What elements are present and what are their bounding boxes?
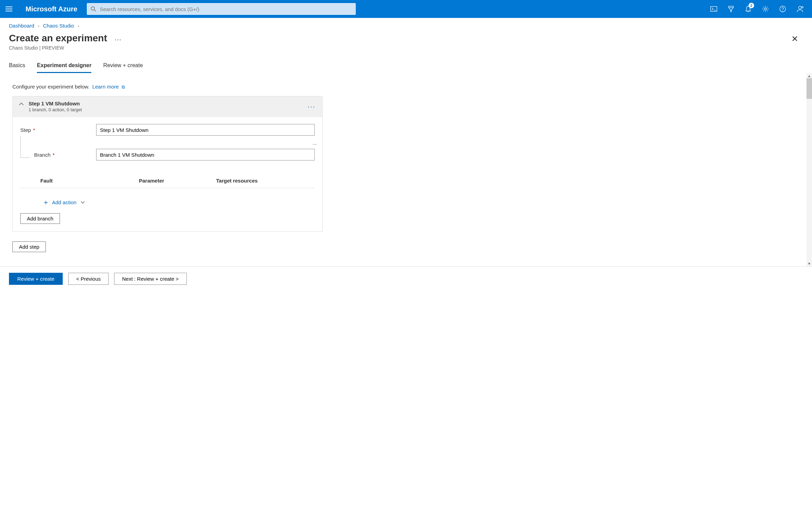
required-icon: * xyxy=(53,152,55,158)
search-input[interactable] xyxy=(100,6,352,12)
lead-text: Configure your experiment below. xyxy=(12,84,89,90)
search-wrap xyxy=(87,3,356,15)
topbar: Microsoft Azure 2 xyxy=(0,0,812,18)
search-icon xyxy=(91,6,96,12)
tabs: Basics Experiment designer Review + crea… xyxy=(0,53,812,73)
svg-rect-4 xyxy=(729,6,733,8)
col-fault: Fault xyxy=(40,178,139,184)
lead-text-row: Configure your experiment below. Learn m… xyxy=(12,84,800,90)
add-action-button[interactable]: ＋ Add action xyxy=(42,198,315,207)
step-header[interactable]: Step 1 VM Shutdown 1 branch, 0 action, 0… xyxy=(13,96,322,117)
step-summary: 1 branch, 0 action, 0 target xyxy=(29,107,82,112)
required-icon: * xyxy=(33,127,35,133)
external-link-icon: ⧉ xyxy=(122,84,125,90)
tab-review-create[interactable]: Review + create xyxy=(103,62,143,73)
notifications-icon[interactable]: 2 xyxy=(740,0,756,18)
tree-line xyxy=(20,136,21,158)
page-more-icon[interactable]: ··· xyxy=(115,35,122,43)
review-create-button[interactable]: Review + create xyxy=(9,273,63,285)
page-header: Create an experiment Chaos Studio | PREV… xyxy=(0,30,812,53)
search-box[interactable] xyxy=(87,3,356,15)
breadcrumb-item[interactable]: Chaos Studio xyxy=(43,23,74,29)
page-subtitle: Chaos Studio | PREVIEW xyxy=(9,45,107,51)
branch-name-input[interactable] xyxy=(96,149,315,160)
account-icon[interactable] xyxy=(792,0,808,18)
learn-more-link[interactable]: Learn more ⧉ xyxy=(92,84,125,90)
add-action-label: Add action xyxy=(52,199,77,205)
scroll-down-icon[interactable]: ▼ xyxy=(808,262,811,266)
step-card: Step 1 VM Shutdown 1 branch, 0 action, 0… xyxy=(12,96,323,232)
actions-columns-header: Fault Parameter Target resources xyxy=(20,178,315,188)
collapse-icon[interactable] xyxy=(19,102,24,106)
step-more-icon[interactable]: ··· xyxy=(307,103,315,111)
step-body: Step * ··· Branch * Fault xyxy=(13,117,322,231)
next-button[interactable]: Next : Review + create > xyxy=(114,273,186,285)
svg-point-8 xyxy=(782,10,783,11)
filter-icon[interactable] xyxy=(723,0,739,18)
settings-icon[interactable] xyxy=(758,0,773,18)
chevron-right-icon: › xyxy=(38,23,40,29)
breadcrumb-item[interactable]: Dashboard xyxy=(9,23,34,29)
branch-more-icon[interactable]: ··· xyxy=(313,141,317,147)
brand-label[interactable]: Microsoft Azure xyxy=(26,5,77,13)
chevron-down-icon xyxy=(81,201,85,204)
scroll-thumb[interactable] xyxy=(806,78,812,99)
previous-button[interactable]: < Previous xyxy=(68,273,109,285)
tab-basics[interactable]: Basics xyxy=(9,62,25,73)
main-content[interactable]: Configure your experiment below. Learn m… xyxy=(0,73,812,266)
help-icon[interactable] xyxy=(775,0,791,18)
col-target: Target resources xyxy=(216,178,285,184)
svg-point-6 xyxy=(764,8,767,10)
svg-point-9 xyxy=(799,6,801,9)
notification-badge: 2 xyxy=(749,3,754,8)
chevron-right-icon: › xyxy=(78,23,79,29)
close-icon[interactable]: ✕ xyxy=(788,33,802,45)
tab-experiment-designer[interactable]: Experiment designer xyxy=(37,62,91,73)
add-step-button[interactable]: Add step xyxy=(12,241,46,252)
svg-rect-2 xyxy=(711,7,717,12)
scrollbar[interactable]: ▲ ▼ xyxy=(806,73,812,266)
cloud-shell-icon[interactable] xyxy=(706,0,722,18)
step-label: Step xyxy=(20,127,31,133)
step-title: Step 1 VM Shutdown xyxy=(29,101,82,106)
branch-label: Branch xyxy=(34,152,51,158)
svg-line-1 xyxy=(94,10,96,12)
page-title: Create an experiment xyxy=(9,33,107,44)
step-name-input[interactable] xyxy=(96,124,315,136)
svg-point-10 xyxy=(802,7,803,8)
svg-point-0 xyxy=(91,7,95,10)
scroll-up-icon[interactable]: ▲ xyxy=(808,74,811,78)
svg-point-7 xyxy=(780,6,786,12)
topbar-actions: 2 xyxy=(706,0,808,18)
menu-toggle[interactable] xyxy=(4,4,14,13)
plus-icon: ＋ xyxy=(42,198,49,207)
col-parameter: Parameter xyxy=(139,178,216,184)
step-name-row: Step * xyxy=(20,124,315,136)
breadcrumb: Dashboard › Chaos Studio › xyxy=(0,18,812,30)
add-branch-button[interactable]: Add branch xyxy=(20,213,60,224)
tree-line xyxy=(20,157,30,158)
wizard-footer: Review + create < Previous Next : Review… xyxy=(0,266,812,291)
